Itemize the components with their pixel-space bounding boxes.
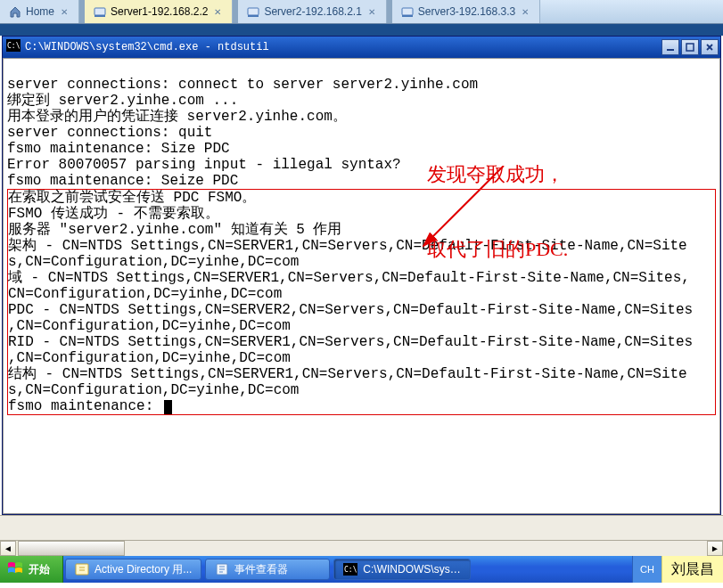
task-label: Active Directory 用... [94, 562, 192, 577]
svg-text:C:\: C:\ [344, 566, 357, 574]
background-window-strip [0, 24, 723, 36]
task-cmd[interactable]: C:\ C:\WINDOWS\system32... [333, 559, 471, 580]
close-icon[interactable]: ✕ [366, 6, 377, 17]
horizontal-scrollbar[interactable]: ◄ ► [0, 540, 723, 556]
scroll-track[interactable] [125, 541, 707, 556]
task-label: 事件查看器 [234, 562, 288, 577]
home-icon [9, 5, 21, 18]
language-code: CH [640, 564, 654, 575]
scroll-right-button[interactable]: ► [707, 541, 723, 556]
system-tray: CH 刘晨昌 [632, 556, 723, 583]
console-text-box: 在索取之前尝试安全传送 PDC FSMO。 FSMO 传送成功 - 不需要索取。… [8, 190, 693, 414]
cmd-icon: C:\ [6, 39, 21, 55]
task-label: C:\WINDOWS\system32... [363, 563, 461, 576]
server-icon [94, 5, 106, 18]
tab-label: Home [26, 5, 54, 18]
start-button[interactable]: 开始 [0, 556, 63, 583]
start-label: 开始 [29, 562, 50, 577]
maximize-button[interactable] [681, 39, 699, 55]
close-icon[interactable]: ✕ [520, 6, 530, 17]
annotation-line1: 发现夺取成功， [427, 162, 568, 187]
event-icon [215, 562, 229, 576]
minimize-button[interactable] [661, 39, 679, 55]
bottom-panel: ◄ ► [0, 515, 723, 556]
scroll-left-button[interactable]: ◄ [0, 541, 16, 556]
tab-server1[interactable]: Server1-192.168.2.2 ✕ [85, 0, 233, 23]
tab-label: Server2-192.168.2.1 [264, 5, 361, 18]
server-icon [401, 5, 414, 18]
svg-rect-11 [76, 564, 88, 575]
language-indicator[interactable]: CH [632, 556, 661, 583]
task-active-directory[interactable]: Active Directory 用... [65, 559, 201, 580]
watermark-text: 刘晨昌 [671, 560, 714, 579]
tab-home[interactable]: Home ✕ [0, 0, 79, 23]
taskbar: 开始 Active Directory 用... 事件查看器 C:\ C:\WI… [0, 556, 723, 583]
svg-rect-8 [667, 49, 674, 51]
cmd-window: C:\ C:\WINDOWS\system32\cmd.exe - ntdsut… [2, 36, 721, 515]
svg-rect-2 [248, 8, 259, 15]
author-watermark: 刘晨昌 [661, 556, 723, 583]
svg-rect-1 [94, 15, 105, 17]
windows-logo-icon [7, 561, 23, 578]
svg-rect-4 [402, 8, 413, 15]
task-event-viewer[interactable]: 事件查看器 [205, 559, 330, 580]
svg-text:C:\: C:\ [7, 42, 21, 50]
tab-server3[interactable]: Server3-192.168.3.3 ✕ [392, 0, 540, 23]
close-button[interactable] [701, 39, 719, 55]
highlighted-output: 在索取之前尝试安全传送 PDC FSMO。 FSMO 传送成功 - 不需要索取。… [7, 189, 716, 415]
svg-rect-5 [402, 15, 413, 17]
tab-label: Server1-192.168.2.2 [111, 5, 208, 18]
window-title: C:\WINDOWS\system32\cmd.exe - ntdsutil [25, 41, 269, 53]
ad-icon [75, 562, 89, 576]
tab-server2[interactable]: Server2-192.168.2.1 ✕ [238, 0, 386, 23]
server-icon [247, 5, 259, 18]
svg-rect-3 [248, 15, 259, 17]
svg-rect-9 [686, 44, 694, 51]
browser-tab-strip: Home ✕ Server1-192.168.2.2 ✕ Server2-192… [0, 0, 723, 24]
console-text-top: server connections: connect to server se… [7, 77, 478, 189]
text-cursor [164, 400, 172, 414]
close-icon[interactable]: ✕ [212, 6, 223, 17]
window-titlebar[interactable]: C:\ C:\WINDOWS\system32\cmd.exe - ntdsut… [3, 37, 720, 58]
svg-rect-0 [94, 8, 105, 15]
close-icon[interactable]: ✕ [59, 6, 70, 17]
scroll-thumb[interactable] [18, 541, 125, 556]
console-output[interactable]: server connections: connect to server se… [3, 58, 720, 514]
tab-label: Server3-192.168.3.3 [418, 5, 515, 18]
cmd-icon: C:\ [343, 562, 357, 576]
